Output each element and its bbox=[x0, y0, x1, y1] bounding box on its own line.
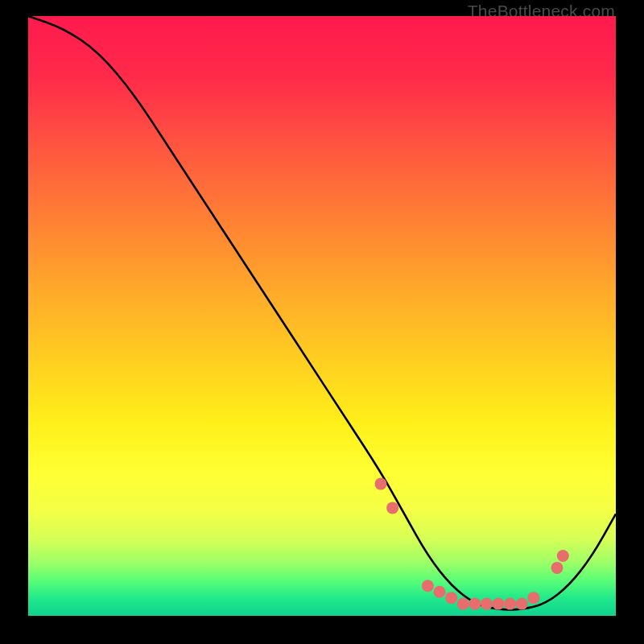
highlight-dot bbox=[445, 592, 457, 604]
bottleneck-curve-path bbox=[28, 16, 616, 610]
highlight-dot bbox=[375, 478, 387, 490]
highlight-dot bbox=[516, 598, 528, 610]
highlight-dot bbox=[504, 598, 516, 610]
highlight-dot bbox=[481, 598, 493, 610]
highlight-dot bbox=[551, 562, 564, 574]
highlight-dot bbox=[434, 586, 446, 598]
highlight-dot bbox=[469, 598, 481, 610]
plot-area bbox=[28, 16, 616, 616]
highlight-dot bbox=[457, 598, 469, 610]
highlight-dot bbox=[386, 502, 398, 514]
highlight-dot bbox=[527, 592, 539, 604]
highlight-dot bbox=[422, 580, 434, 592]
marker-group bbox=[375, 478, 569, 610]
chart-frame: TheBottleneck.com bbox=[0, 0, 644, 644]
highlight-dot bbox=[493, 598, 505, 610]
highlight-dot bbox=[557, 550, 569, 562]
curve-svg bbox=[28, 16, 616, 616]
